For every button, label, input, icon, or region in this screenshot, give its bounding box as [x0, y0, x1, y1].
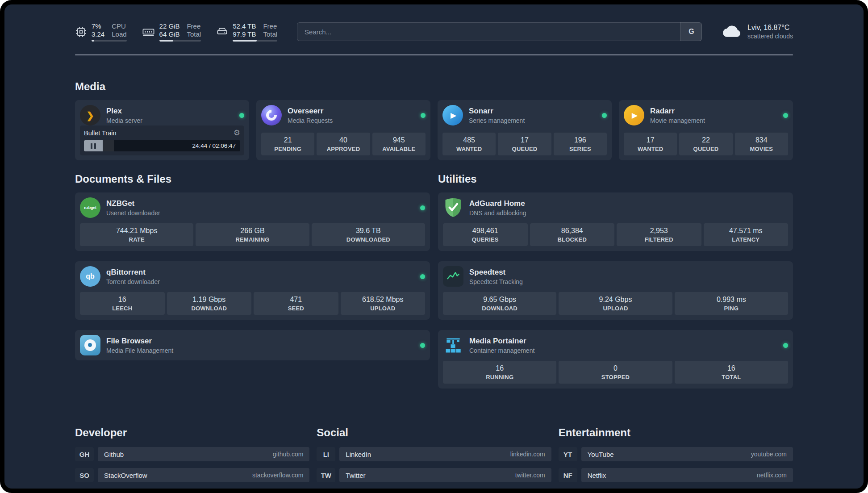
bookmark-abbr: NF	[559, 468, 577, 482]
now-playing-title: Bullet Train	[84, 130, 117, 137]
search-bar: G	[297, 22, 702, 41]
stat-running: 16RUNNING	[443, 361, 556, 384]
memory-icon	[142, 25, 155, 38]
memory-total: 64 GiB	[159, 30, 180, 38]
status-dot	[421, 113, 426, 118]
service-name: qBittorrent	[106, 268, 160, 277]
service-name: AdGuard Home	[469, 199, 526, 208]
gear-icon[interactable]: ⚙	[234, 129, 240, 137]
pause-button[interactable]	[84, 140, 103, 151]
nzbget-icon: nzbget	[80, 197, 100, 218]
service-card-speedtest[interactable]: Speedtest Speedtest Tracking 9.65 GbpsDO…	[438, 261, 793, 320]
bookmark-url: netflix.com	[757, 472, 787, 479]
service-card-adguard[interactable]: AdGuard Home DNS and adblocking 498,461Q…	[438, 192, 793, 251]
disk-free-label: Free	[263, 22, 277, 30]
bookmark-url: linkedin.com	[510, 451, 545, 458]
search-input[interactable]	[297, 22, 702, 41]
stat-downloaded: 39.6 TBDOWNLOADED	[312, 223, 425, 246]
dashboard: 7% CPU 3.24 Load 22	[4, 4, 864, 489]
radarr-icon: ▶	[624, 105, 644, 125]
cloud-icon	[722, 24, 742, 40]
stat-queued: 22QUEUED	[679, 133, 732, 155]
bookmark-url: youtube.com	[751, 451, 787, 458]
service-name: Plex	[106, 107, 142, 116]
service-card-overseerr[interactable]: Overseerr Media Requests 21PENDING 40APP…	[256, 100, 430, 160]
stat-movies: 834MOVIES	[735, 133, 788, 155]
cpu-load: 3.24	[92, 30, 104, 38]
service-card-nzbget[interactable]: nzbget NZBGet Usenet downloader 744.21 M…	[75, 192, 430, 251]
bookmark-name: Netflix	[588, 472, 606, 479]
status-dot	[420, 274, 425, 279]
service-subtitle: Usenet downloader	[106, 209, 160, 217]
status-dot	[783, 343, 788, 348]
stat-seed: 471SEED	[254, 292, 338, 315]
media-section: ❯ Plex Media server Bullet Train ⚙ 24:44…	[75, 100, 793, 160]
weather-location: Lviv, 16.87°C	[747, 24, 793, 32]
service-card-plex[interactable]: ❯ Plex Media server Bullet Train ⚙ 24:44…	[75, 100, 249, 160]
service-card-filebrowser[interactable]: File Browser Media File Management	[75, 330, 430, 360]
section-title-media: Media	[75, 80, 793, 93]
overseerr-icon	[261, 105, 282, 125]
memory-total-label: Total	[187, 30, 201, 38]
section-title-documents: Documents & Files	[75, 173, 430, 185]
service-name: NZBGet	[106, 199, 160, 208]
memory-widget: 22 GiB Free 64 GiB Total	[142, 22, 201, 42]
top-bar: 7% CPU 3.24 Load 22	[75, 20, 793, 44]
adguard-icon	[443, 197, 463, 218]
stat-rate: 744.21 MbpsRATE	[80, 223, 193, 246]
cpu-widget: 7% CPU 3.24 Load	[75, 22, 127, 42]
status-dot	[239, 113, 244, 118]
bookmark-netflix[interactable]: NF Netflixnetflix.com	[559, 468, 793, 482]
filebrowser-icon	[80, 335, 100, 355]
stat-total: 16TOTAL	[675, 361, 788, 384]
service-subtitle: Media server	[106, 117, 142, 124]
stat-queries: 498,461QUERIES	[443, 223, 528, 246]
stat-upload: 9.24 GbpsUPLOAD	[559, 292, 672, 315]
playback-progress-bar[interactable]: 24:44 / 02:06:47	[84, 140, 240, 151]
bookmark-name: Github	[104, 451, 124, 458]
service-name: File Browser	[106, 337, 173, 346]
playback-time: 24:44 / 02:06:47	[188, 142, 240, 149]
section-title-entertainment: Entertainment	[559, 426, 793, 439]
service-card-qbittorrent[interactable]: qb qBittorrent Torrent downloader 16LEEC…	[75, 261, 430, 320]
status-dot	[602, 113, 607, 118]
bookmark-youtube[interactable]: YT YouTubeyoutube.com	[559, 447, 793, 461]
memory-progress-bar	[159, 40, 201, 42]
disk-total-label: Total	[263, 30, 277, 38]
service-card-portainer[interactable]: Media Portainer Container management 16R…	[438, 330, 793, 389]
speedtest-icon	[443, 266, 463, 287]
service-card-radarr[interactable]: ▶ Radarr Movie management 17WANTED 22QUE…	[619, 100, 793, 160]
stat-latency: 47.571 msLATENCY	[704, 223, 789, 246]
bookmark-abbr: YT	[559, 447, 577, 461]
cpu-label: CPU	[112, 22, 126, 30]
disk-progress-bar	[233, 40, 277, 42]
service-name: Speedtest	[469, 268, 523, 277]
portainer-icon	[443, 335, 463, 355]
service-name: Sonarr	[469, 107, 525, 116]
bookmark-name: Twitter	[346, 472, 365, 479]
bookmark-linkedin[interactable]: LI LinkedInlinkedin.com	[317, 447, 551, 461]
stat-stopped: 0STOPPED	[559, 361, 672, 384]
bookmark-name: YouTube	[588, 451, 614, 458]
window-frame: 7% CPU 3.24 Load 22	[0, 0, 868, 493]
stat-download: 1.19 GbpsDOWNLOAD	[167, 292, 252, 315]
bookmark-group-entertainment: Entertainment YT YouTubeyoutube.com NF N…	[559, 426, 793, 489]
bookmark-github[interactable]: GH Githubgithub.com	[75, 447, 309, 461]
bookmark-url: stackoverflow.com	[252, 472, 303, 479]
search-provider-button[interactable]: G	[680, 22, 702, 41]
memory-free-label: Free	[187, 22, 201, 30]
bookmark-twitter[interactable]: TW Twittertwitter.com	[317, 468, 551, 482]
status-dot	[420, 343, 425, 348]
utilities-column: Utilities AdGuard Home	[438, 173, 793, 399]
bookmark-name: StackOverflow	[104, 472, 147, 479]
service-card-sonarr[interactable]: ▶ Sonarr Series management 485WANTED 17Q…	[438, 100, 612, 160]
bookmark-stackoverflow[interactable]: SO StackOverflowstackoverflow.com	[75, 468, 309, 482]
bookmark-group-developer: Developer GH Githubgithub.com SO StackOv…	[75, 426, 309, 489]
stat-filtered: 2,953FILTERED	[617, 223, 701, 246]
service-subtitle: Media File Management	[106, 347, 173, 354]
header-divider	[75, 54, 793, 55]
service-name: Radarr	[650, 107, 705, 116]
plex-icon: ❯	[80, 105, 100, 125]
bookmark-abbr: LI	[317, 447, 335, 461]
bookmark-url: twitter.com	[515, 472, 545, 479]
